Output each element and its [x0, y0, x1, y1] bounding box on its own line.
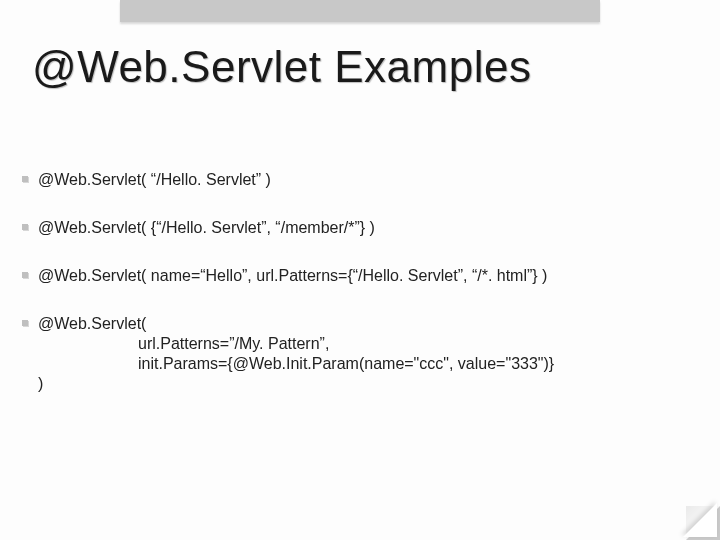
header-bar	[120, 0, 600, 22]
example-2: @Web.Servlet( {“/Hello. Servlet”, “/memb…	[36, 218, 700, 238]
bullet-icon	[22, 224, 28, 230]
bullet-icon	[22, 320, 28, 326]
example-4: @Web.Servlet( url.Patterns=”/My. Pattern…	[36, 314, 700, 394]
bullet-icon	[22, 176, 28, 182]
example-4-line4: )	[38, 375, 43, 392]
example-3: @Web.Servlet( name=“Hello”, url.Patterns…	[36, 266, 700, 286]
example-4-line3: init.Params={@Web.Init.Param(name="ccc",…	[38, 354, 700, 374]
bullet-icon	[22, 272, 28, 278]
slide-body: @Web.Servlet( “/Hello. Servlet” ) @Web.S…	[36, 170, 700, 422]
example-2-text: @Web.Servlet( {“/Hello. Servlet”, “/memb…	[38, 219, 375, 236]
page-curl-icon	[686, 506, 720, 540]
example-3-text: @Web.Servlet( name=“Hello”, url.Patterns…	[38, 267, 547, 284]
slide-title: @Web.Servlet Examples	[32, 42, 531, 92]
example-4-line2: url.Patterns=”/My. Pattern”,	[38, 334, 700, 354]
example-1-text: @Web.Servlet( “/Hello. Servlet” )	[38, 171, 271, 188]
example-4-line1: @Web.Servlet(	[38, 315, 146, 332]
example-1: @Web.Servlet( “/Hello. Servlet” )	[36, 170, 700, 190]
